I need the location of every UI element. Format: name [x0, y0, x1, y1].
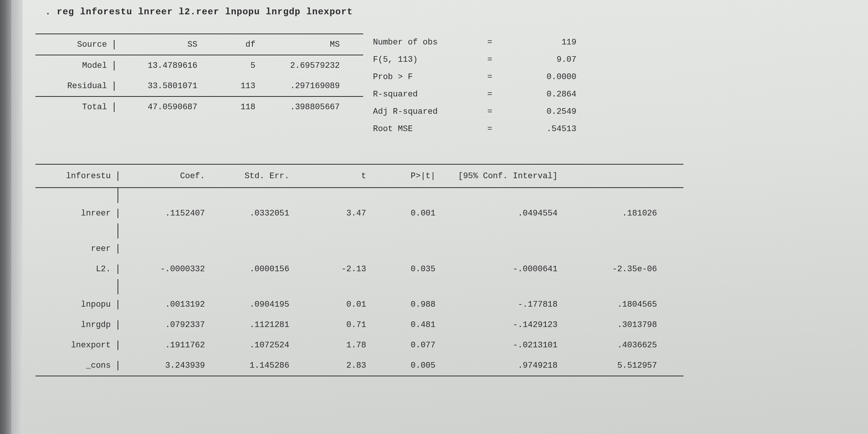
stat-eq: = [478, 90, 501, 99]
anova-header-ms: MS [264, 40, 343, 49]
coef-var-cons: _cons [35, 361, 118, 370]
coef-header-depvar: lnforestu [35, 171, 118, 181]
coef-var-lag: L2. [35, 264, 118, 274]
coef-t: 1.78 [298, 341, 375, 350]
anova-row-residual-ss: 33.5801071 [115, 81, 206, 91]
anova-header-source: Source [35, 40, 115, 49]
coef-p: 0.988 [375, 300, 445, 309]
stat-rmse-value: .54513 [501, 124, 579, 134]
coef-lo: -.177818 [445, 300, 567, 309]
table-row: lnexport .1911762 .1072524 1.78 0.077 -.… [35, 335, 683, 355]
coef-t: -2.13 [298, 264, 375, 274]
stat-adjr2-value: 0.2549 [501, 107, 579, 116]
coef-t: 2.83 [298, 361, 375, 370]
coef-t: 0.71 [298, 320, 375, 330]
coef-var: lnreer [35, 209, 118, 218]
stat-nobs-label: Number of obs [373, 38, 478, 47]
anova-header-ss: SS [115, 40, 206, 49]
stat-rmse-label: Root MSE [373, 124, 478, 134]
table-row: lnrgdp .0792337 .1121281 0.71 0.481 -.14… [35, 315, 683, 335]
anova-table: Source SS df MS Model 13.4789616 5 2.695… [35, 34, 363, 117]
anova-header-df: df [206, 40, 264, 49]
anova-row-total-label: Total [35, 102, 115, 112]
anova-row-model-ms: 2.69579232 [264, 61, 343, 70]
coef-header-se: Std. Err. [214, 171, 298, 181]
table-row: lnreer .1152407 .0332051 3.47 0.001 .049… [35, 203, 683, 223]
coef-hi: 5.512957 [567, 361, 659, 370]
stat-f-value: 9.07 [501, 55, 579, 64]
coef-hi: .4036625 [567, 341, 659, 350]
stat-eq: = [478, 72, 501, 82]
stat-r2-value: 0.2864 [501, 90, 579, 99]
coef-lo: -.0213101 [445, 341, 567, 350]
coef-val: .0013192 [118, 300, 214, 309]
stat-f-label: F(5, 113) [373, 55, 478, 64]
stat-r2-label: R-squared [373, 90, 478, 99]
stat-eq: = [478, 107, 501, 116]
anova-row-residual-ms: .297169089 [264, 81, 343, 91]
stat-nobs-value: 119 [501, 38, 579, 47]
coef-p: 0.077 [375, 341, 445, 350]
coef-se: 1.145286 [214, 361, 298, 370]
anova-row-residual-label: Residual [35, 81, 115, 91]
coef-header-p: P>|t| [375, 171, 445, 181]
coef-p: 0.481 [375, 320, 445, 330]
stat-probf-label: Prob > F [373, 72, 478, 82]
stat-eq: = [478, 124, 501, 134]
coef-t: 3.47 [298, 209, 375, 218]
stat-eq: = [478, 55, 501, 64]
coef-p: 0.035 [375, 264, 445, 274]
coef-p: 0.001 [375, 209, 445, 218]
coef-lo: .9749218 [445, 361, 567, 370]
coef-var: lnrgdp [35, 320, 118, 330]
window-border [0, 0, 11, 434]
coef-hi: .3013798 [567, 320, 659, 330]
coef-val: 3.243939 [118, 361, 214, 370]
coef-var: lnpopu [35, 300, 118, 309]
coef-t: 0.01 [298, 300, 375, 309]
coef-hi: .1804565 [567, 300, 659, 309]
coef-se: .0332051 [214, 209, 298, 218]
coef-lo: -.1429123 [445, 320, 567, 330]
coef-lo: -.0000641 [445, 264, 567, 274]
coefficient-table: lnforestu Coef. Std. Err. t P>|t| [95% C… [35, 164, 683, 376]
coef-p: 0.005 [375, 361, 445, 370]
anova-row-total-df: 118 [206, 102, 264, 112]
coef-se: .1072524 [214, 341, 298, 350]
coef-se: .0000156 [214, 264, 298, 274]
table-row: lnpopu .0013192 .0904195 0.01 0.988 -.17… [35, 294, 683, 315]
coef-var-group: reer [35, 244, 118, 254]
coef-header-ci: [95% Conf. Interval] [445, 171, 567, 181]
table-row: reer [35, 238, 683, 259]
coef-val: .1152407 [118, 209, 214, 218]
anova-row-model-ss: 13.4789616 [115, 61, 206, 70]
coef-se: .0904195 [214, 300, 298, 309]
command-line: . reg lnforestu lnreer l2.reer lnpopu ln… [45, 7, 860, 17]
coef-hi: .181026 [567, 209, 659, 218]
stat-eq: = [478, 38, 501, 47]
coef-hi: -2.35e-06 [567, 264, 659, 274]
coef-var: lnexport [35, 341, 118, 350]
anova-row-total-ms: .398805667 [264, 102, 343, 112]
table-row: L2. -.0000332 .0000156 -2.13 0.035 -.000… [35, 259, 683, 279]
anova-row-model-label: Model [35, 61, 115, 70]
coef-val: .0792337 [118, 320, 214, 330]
coef-lo: .0494554 [445, 209, 567, 218]
table-row: _cons 3.243939 1.145286 2.83 0.005 .9749… [35, 355, 683, 376]
anova-row-residual-df: 113 [206, 81, 264, 91]
stat-adjr2-label: Adj R-squared [373, 107, 478, 116]
coef-val: -.0000332 [118, 264, 214, 274]
coef-header-coef: Coef. [118, 171, 214, 181]
window-border-inner [11, 0, 23, 434]
anova-row-total-ss: 47.0590687 [115, 102, 206, 112]
coef-val: .1911762 [118, 341, 214, 350]
anova-row-model-df: 5 [206, 61, 264, 70]
stat-probf-value: 0.0000 [501, 72, 579, 82]
coef-se: .1121281 [214, 320, 298, 330]
coef-header-t: t [298, 171, 375, 181]
model-stats: Number of obs = 119 F(5, 113) = 9.07 Pro… [373, 34, 584, 138]
